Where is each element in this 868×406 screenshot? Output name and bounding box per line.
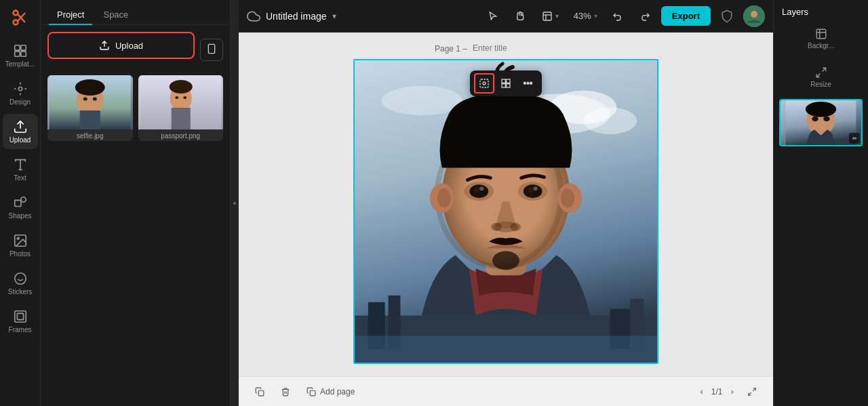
svg-rect-47 — [507, 84, 510, 87]
svg-line-82 — [749, 392, 751, 395]
background-tool[interactable]: Backgr... — [779, 24, 863, 54]
device-view-button[interactable] — [200, 39, 223, 61]
next-page-button[interactable]: › — [728, 384, 736, 399]
svg-rect-5 — [20, 45, 25, 50]
panel-tabs: Project Space — [41, 0, 230, 25]
layers-tools: Backgr... Resize — [774, 21, 868, 95]
sidebar-item-shapes[interactable]: Shapes — [3, 190, 38, 225]
svg-point-16 — [14, 273, 26, 285]
user-avatar[interactable] — [743, 5, 765, 27]
page-label: Page 1 – — [435, 44, 467, 54]
page-nav: ‹ 1/1 › — [697, 384, 736, 399]
expand-button[interactable] — [742, 384, 762, 399]
export-button[interactable]: Export — [661, 6, 711, 26]
prev-page-button[interactable]: ‹ — [697, 384, 705, 399]
svg-rect-20 — [17, 313, 23, 319]
layer-item[interactable]: ✏ — [779, 99, 863, 146]
sidebar-item-stickers[interactable]: Stickers — [3, 266, 38, 301]
canvas-float-toolbar: ••• — [470, 70, 542, 96]
canvas-card[interactable] — [353, 59, 658, 364]
svg-rect-37 — [543, 12, 551, 20]
svg-rect-45 — [507, 79, 510, 83]
svg-point-29 — [93, 98, 97, 101]
svg-point-66 — [491, 222, 502, 230]
svg-point-15 — [17, 237, 19, 239]
panel-content: Upload — [41, 25, 230, 406]
resize-tool[interactable]: Resize — [779, 62, 863, 92]
sidebar-item-upload[interactable]: Upload — [3, 114, 38, 149]
sidebar-item-text[interactable]: Text — [3, 152, 38, 187]
svg-rect-19 — [14, 311, 26, 323]
svg-line-3 — [17, 13, 24, 21]
panel-collapse-handle[interactable] — [231, 0, 239, 406]
svg-point-62 — [528, 187, 534, 192]
shield-icon[interactable] — [716, 5, 738, 27]
layout-button[interactable]: ▾ — [536, 7, 564, 26]
redo-button[interactable] — [634, 7, 656, 26]
canvas-workspace: Page 1 – ••• — [239, 33, 773, 376]
svg-line-81 — [753, 388, 755, 390]
select-tool-button[interactable] — [482, 7, 504, 26]
selfie-thumb-img — [47, 75, 133, 129]
svg-point-63 — [479, 186, 484, 190]
tab-project[interactable]: Project — [49, 5, 92, 25]
svg-point-61 — [473, 187, 480, 192]
layers-select-button[interactable] — [496, 73, 516, 94]
hand-tool-button[interactable] — [509, 7, 531, 26]
svg-point-88 — [823, 117, 829, 122]
sidebar-item-frames[interactable]: Frames — [3, 304, 38, 339]
sidebar-item-design[interactable]: Design — [3, 76, 38, 111]
svg-rect-46 — [502, 84, 505, 87]
image-grid: selfie.jpg — [47, 75, 223, 141]
sidebar-item-photos[interactable]: Photos — [3, 228, 38, 263]
zoom-control[interactable]: 43% ▾ — [570, 8, 601, 24]
svg-rect-26 — [80, 110, 100, 129]
bottom-bar: Add page ‹ 1/1 › — [239, 376, 773, 406]
svg-point-72 — [561, 188, 574, 207]
svg-point-87 — [812, 117, 818, 122]
selfie-label: selfie.jpg — [47, 129, 133, 141]
svg-point-67 — [510, 222, 521, 230]
sidebar-item-templates[interactable]: Templat... — [3, 38, 38, 73]
ai-select-button[interactable] — [474, 73, 494, 94]
layers-list: ✏ — [774, 95, 868, 406]
svg-rect-80 — [310, 390, 315, 396]
svg-rect-79 — [258, 390, 264, 396]
document-title: Untitled image — [266, 11, 327, 22]
thumbnail-passport[interactable]: passport.png — [138, 75, 224, 141]
delete-canvas-button[interactable] — [275, 384, 296, 399]
svg-point-35 — [183, 96, 186, 99]
thumbnail-selfie[interactable]: selfie.jpg — [47, 75, 133, 141]
upload-panel: Project Space Upload — [41, 0, 231, 406]
svg-rect-78 — [355, 336, 657, 363]
svg-point-41 — [751, 11, 757, 18]
passport-label: passport.png — [138, 129, 224, 141]
svg-point-33 — [169, 80, 192, 94]
svg-rect-44 — [502, 79, 505, 83]
page-label-row: Page 1 – — [435, 42, 577, 55]
tab-space[interactable]: Space — [95, 5, 136, 25]
toolbar-cloud-icon[interactable] — [247, 9, 260, 23]
top-toolbar: Untitled image ▾ ▾ 43% ▾ — [239, 0, 773, 33]
upload-button[interactable]: Upload — [47, 32, 195, 59]
svg-point-28 — [83, 98, 87, 101]
undo-button[interactable] — [607, 7, 629, 26]
svg-point-27 — [75, 79, 105, 96]
add-page-button[interactable]: Add page — [301, 384, 360, 399]
copy-canvas-button[interactable] — [250, 384, 270, 399]
canvas-area: Untitled image ▾ ▾ 43% ▾ — [239, 0, 773, 406]
app-logo[interactable] — [8, 5, 33, 30]
svg-point-34 — [175, 96, 178, 99]
more-options-button[interactable]: ••• — [517, 73, 538, 94]
svg-point-43 — [483, 82, 486, 85]
svg-point-51 — [583, 107, 637, 134]
svg-point-13 — [20, 197, 25, 202]
title-chevron[interactable]: ▾ — [332, 12, 336, 21]
svg-point-86 — [806, 102, 836, 117]
svg-rect-4 — [14, 45, 19, 50]
layers-panel: Layers Backgr... Resize — [773, 0, 868, 406]
passport-thumb-img — [138, 75, 224, 129]
icon-sidebar: Templat... Design Upload Text Shapes — [0, 0, 41, 406]
canvas-image — [355, 60, 657, 363]
page-title-input[interactable] — [470, 42, 577, 55]
